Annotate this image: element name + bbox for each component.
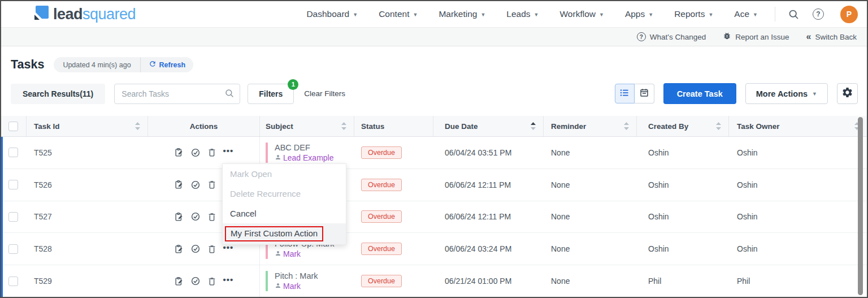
clear-filters-link[interactable]: Clear Filters xyxy=(304,89,345,98)
person-icon xyxy=(275,249,281,259)
nav-ace[interactable]: Ace▼ xyxy=(734,9,758,19)
nav-dashboard[interactable]: Dashboard▼ xyxy=(306,9,358,19)
chevron-down-icon: ▼ xyxy=(812,90,817,97)
search-icon xyxy=(224,88,235,101)
table-row: T527 ••• xyxy=(1,201,867,234)
due-date: 06/06/24 03:24 PM xyxy=(445,244,511,253)
status-badge: Overdue xyxy=(361,179,402,191)
sort-icon[interactable] xyxy=(340,122,348,131)
edit-task-icon[interactable] xyxy=(174,244,184,254)
select-all-checkbox[interactable] xyxy=(8,122,18,131)
list-view-toggle[interactable] xyxy=(615,84,635,103)
whats-changed-link[interactable]: ? What's Changed xyxy=(637,32,706,41)
leadsquared-logo-icon xyxy=(33,6,49,23)
created-by: Oshin xyxy=(648,148,669,157)
chevron-down-icon: ▼ xyxy=(480,11,485,18)
nav-workflow[interactable]: Workflow▼ xyxy=(560,9,604,19)
sort-icon-active[interactable] xyxy=(530,122,537,131)
report-issue-link[interactable]: Report an Issue xyxy=(723,32,789,42)
updated-text: Updated 4 min(s) ago xyxy=(54,61,140,69)
row-checkbox[interactable] xyxy=(8,180,18,189)
nav-content[interactable]: Content▼ xyxy=(379,9,418,19)
help-icon[interactable]: ? xyxy=(813,8,824,20)
header-subject[interactable]: Subject xyxy=(260,116,354,136)
row-checkbox[interactable] xyxy=(8,244,18,254)
due-date: 06/06/24 12:11 PM xyxy=(445,212,511,221)
header-task-owner[interactable]: Task Owner xyxy=(729,116,867,136)
delete-task-icon[interactable] xyxy=(207,148,216,157)
chevron-down-icon: ▼ xyxy=(353,11,358,18)
table-body: T525 ••• ABC DEF xyxy=(1,137,867,297)
nav-leads[interactable]: Leads▼ xyxy=(506,9,539,19)
mark-complete-icon[interactable] xyxy=(190,276,201,286)
nav-reports[interactable]: Reports▼ xyxy=(674,9,713,19)
task-owner: Oshin xyxy=(737,212,758,221)
utility-bar: ? What's Changed Report an Issue « Switc… xyxy=(1,28,867,46)
task-subject: Pitch : Mark xyxy=(275,271,318,281)
calendar-view-toggle[interactable] xyxy=(635,84,654,103)
header-created-by[interactable]: Created By xyxy=(637,116,729,136)
delete-task-icon[interactable] xyxy=(207,212,216,222)
edit-task-icon[interactable] xyxy=(174,148,184,157)
status-badge: Overdue xyxy=(361,243,402,255)
more-row-actions-icon[interactable]: ••• xyxy=(223,275,234,288)
nav-apps[interactable]: Apps▼ xyxy=(625,9,653,19)
create-task-button[interactable]: Create Task xyxy=(663,83,736,104)
header-reminder[interactable]: Reminder xyxy=(544,116,637,136)
more-actions-button[interactable]: More Actions ▼ xyxy=(745,83,828,104)
reminder: None xyxy=(551,180,570,189)
search-icon[interactable] xyxy=(788,8,800,20)
sort-icon[interactable] xyxy=(623,122,630,131)
lead-link[interactable]: Mark xyxy=(275,281,318,291)
row-checkbox[interactable] xyxy=(8,148,18,157)
settings-button[interactable] xyxy=(837,83,858,104)
reminder: None xyxy=(551,244,570,253)
mark-complete-icon[interactable] xyxy=(190,180,201,190)
more-row-actions-icon[interactable]: ••• xyxy=(223,146,234,159)
delete-task-icon[interactable] xyxy=(207,180,216,189)
tasks-toolbar: Search Results(11) Filters 1 Clear Filte… xyxy=(11,83,858,104)
switch-back-link[interactable]: « Switch Back xyxy=(806,32,857,41)
question-circle-icon: ? xyxy=(637,32,646,41)
lead-link[interactable]: Mark xyxy=(275,249,335,259)
delete-task-icon[interactable] xyxy=(207,277,216,286)
header-due-date[interactable]: Due Date xyxy=(433,116,544,136)
header-task-id[interactable]: Task Id xyxy=(27,116,148,136)
row-checkbox[interactable] xyxy=(8,277,18,286)
gear-icon xyxy=(841,87,853,101)
bug-icon xyxy=(723,32,731,42)
mark-complete-icon[interactable] xyxy=(190,244,201,254)
due-date: 06/06/24 12:11 PM xyxy=(445,180,511,189)
delete-task-icon[interactable] xyxy=(207,244,216,254)
row-checkbox[interactable] xyxy=(8,212,18,222)
refresh-button[interactable]: Refresh xyxy=(141,60,194,70)
highlighted-action-box: My First Custom Action xyxy=(225,226,323,241)
search-tasks-input[interactable] xyxy=(114,84,240,104)
menu-item-mark-open: Mark Open xyxy=(223,164,346,184)
vertical-scrollbar[interactable] xyxy=(858,117,863,295)
lead-link[interactable]: Lead Example xyxy=(275,153,334,163)
chevron-down-icon: ▼ xyxy=(413,11,418,18)
sort-icon[interactable] xyxy=(715,122,722,131)
sort-icon[interactable] xyxy=(134,122,141,131)
top-icon-group: ? P xyxy=(788,6,858,23)
left-edge-highlight xyxy=(1,137,3,297)
status-badge: Overdue xyxy=(361,210,402,223)
edit-task-icon[interactable] xyxy=(174,277,184,286)
leadsquared-logo[interactable]: leadsquared xyxy=(33,6,136,23)
menu-item-cancel[interactable]: Cancel xyxy=(223,204,346,223)
edit-task-icon[interactable] xyxy=(174,180,184,189)
user-avatar[interactable]: P xyxy=(840,6,858,23)
page-title: Tasks xyxy=(11,58,44,72)
double-chevron-left-icon: « xyxy=(806,32,811,41)
reminder: None xyxy=(551,277,570,286)
filters-button[interactable]: Filters 1 xyxy=(248,84,294,104)
task-id: T526 xyxy=(34,180,52,189)
mark-complete-icon[interactable] xyxy=(190,211,201,222)
edit-task-icon[interactable] xyxy=(174,212,184,222)
task-type-bar xyxy=(266,142,268,163)
menu-item-my-first-custom-action[interactable]: My First Custom Action xyxy=(223,223,346,244)
mark-complete-icon[interactable] xyxy=(190,148,201,158)
nav-marketing[interactable]: Marketing▼ xyxy=(439,9,485,19)
search-results-count: Search Results(11) xyxy=(11,84,105,104)
